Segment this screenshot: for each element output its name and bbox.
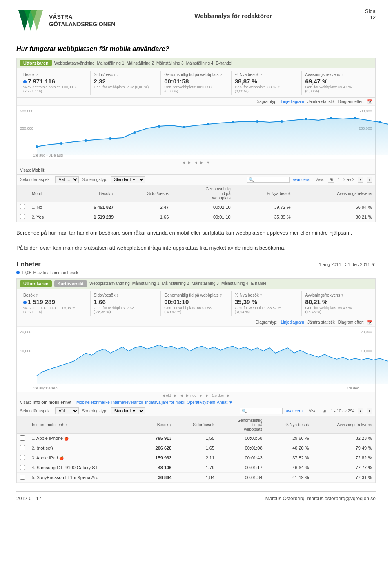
- analytics-top-bar-1: Utforskaren Webbplatsanvändning Målnstäl…: [17, 58, 375, 68]
- svg-point-3: [36, 146, 38, 148]
- row-checkbox[interactable]: [20, 445, 25, 450]
- chart-controls-top-2: Diagramtyp: Linjediagram Jämfra statisti…: [17, 318, 375, 327]
- utforskaren-btn-1[interactable]: Utforskaren: [20, 60, 52, 66]
- tab-ehandel-2[interactable]: E-handel: [251, 281, 267, 286]
- row-checkbox[interactable]: [20, 435, 25, 441]
- metric-besok-1: Besök ? 7 971 116 % av det totala antale…: [20, 71, 91, 95]
- row-checkbox[interactable]: [20, 214, 25, 219]
- footer-author: Marcus Österberg, marcus.osterberg@vgreg…: [265, 496, 376, 501]
- metric-avvisning-1: Avvisningsfrekvens ? 69,47 % Gen. för we…: [302, 71, 372, 95]
- tab-ehandel-1[interactable]: E-handel: [216, 61, 232, 65]
- metric-sidor-2: Sidor/besök ? 1,66 Gen. för webbplats: 2…: [91, 291, 161, 316]
- section1-heading: Hur fungerar webbplatsen för mobila anvä…: [16, 45, 376, 53]
- vgr-logo: [16, 8, 45, 33]
- linjediagram-link-1[interactable]: Linjediagram: [281, 99, 304, 104]
- visas-info-row-2: Visas: Info om mobil enhet Mobiltelefonm…: [17, 399, 375, 406]
- text-block-2: På bilden ovan kan man dra slutsatsen at…: [16, 244, 376, 253]
- logo-area: VÄSTRA GÖTALANDSREGIONEN: [16, 8, 115, 33]
- calendar-icon-2[interactable]: 📅: [367, 320, 372, 325]
- search-icon-1: 🔍: [249, 177, 254, 182]
- table-row: 5. SonyEricsson LT15i Xperia Arc 36 864 …: [17, 472, 375, 482]
- enheter-header: Enheter 1 aug 2011 - 31 dec 2011 ▼: [16, 261, 376, 268]
- chart-area-1: 500,000 500,000 250,000 250,000: [17, 106, 375, 159]
- line-chart-svg-1: [33, 110, 392, 155]
- metric-tid-2: Genomsnitlig tid på webbplats ? 00:01:10…: [161, 291, 232, 316]
- search-input-1[interactable]: [255, 177, 287, 182]
- data-table-2: Info om mobil enhet Besök ↓ Sidor/besök …: [17, 416, 375, 483]
- pager-1: 1 - 2 av 2: [338, 177, 355, 182]
- tab-malning3-1[interactable]: Målnställning 3: [156, 61, 184, 65]
- tab-malning2-2[interactable]: Målnställning 2: [162, 281, 189, 286]
- text-block-1: Beroende på hur man tar hand om besökare…: [16, 229, 376, 237]
- metric-besok-2: Besök ? 1 519 289 % av det totala antale…: [20, 291, 91, 316]
- tab-internetleverantor[interactable]: Internetleverantör: [111, 400, 143, 405]
- metric-nya-1: % Nya besök ? 38,87 % Gen. för webbplats…: [232, 71, 302, 95]
- enheter-title: Enheter: [16, 261, 41, 268]
- svg-point-12: [256, 120, 258, 123]
- svg-point-17: [379, 121, 381, 123]
- avancerat-link-2[interactable]: avancerat: [286, 409, 304, 413]
- metric-nya-2: % Nya besök ? 35,39 % Gen. för webbplats…: [232, 291, 302, 316]
- row-checkbox[interactable]: [20, 455, 25, 460]
- grid-icon-1[interactable]: ⊞: [328, 177, 334, 183]
- utforskaren-btn-2[interactable]: Utforskaren: [20, 280, 52, 287]
- linjediagram-link-2[interactable]: Linjediagram: [281, 320, 304, 325]
- table-row: 2. Yes 1 519 289 1,66 00:01:10 35,39 % 8…: [17, 212, 375, 222]
- tab-mobiltelefonmarke[interactable]: Mobiltelefonmärke: [76, 400, 110, 405]
- row-checkbox[interactable]: [20, 465, 25, 470]
- row-checkbox[interactable]: [20, 204, 25, 209]
- svg-point-10: [207, 123, 209, 125]
- page-footer: 2012-01-17 Marcus Österberg, marcus.oste…: [16, 491, 376, 501]
- tab-annat[interactable]: Annat ▼: [217, 400, 233, 405]
- pager-prev-2[interactable]: ‹: [358, 408, 363, 414]
- tab-webbplatsanvandning-2[interactable]: Webbplatsanvändning: [89, 281, 130, 286]
- sekundar-select-1[interactable]: Välj ...: [55, 176, 79, 183]
- svg-point-8: [158, 125, 160, 128]
- kartöversikt-btn-2[interactable]: Kartöversikt: [54, 280, 87, 287]
- chart-bottom-controls-2: ◀ okt ▶ ◀ ▶ nov ▶ ▶ 1:e dec ▶: [17, 392, 375, 399]
- svg-point-6: [109, 137, 111, 140]
- tab-malning3-2[interactable]: Målnställning 3: [192, 281, 219, 286]
- table-row: 1. No 6 451 827 2,47 00:02:10 39,72 % 66…: [17, 202, 375, 212]
- pager-next-1[interactable]: ›: [367, 177, 372, 183]
- filter-row-2: Sekundär aspekt: Välj ... Sorteringstyp:…: [17, 406, 375, 416]
- search-box-2: 🔍: [240, 408, 283, 414]
- metric-sidor-1: Sidor/besök ? 2,32 Gen. för webbplats: 2…: [91, 71, 161, 95]
- header-title: Webbanalys för redaktörer: [115, 8, 351, 19]
- chart-bottom-controls-1: ◀ ▶ ◀ ▶ ▼: [17, 159, 375, 166]
- percentage-note: 19,06 % av totalsumman besök: [16, 271, 376, 275]
- analytics-box-1: Utforskaren Webbplatsanvändning Målnstäl…: [16, 58, 376, 222]
- tab-malning1-2[interactable]: Målnställning 1: [132, 281, 160, 286]
- svg-point-5: [85, 139, 87, 142]
- pager-next-2[interactable]: ›: [367, 408, 372, 414]
- search-icon-2: 🔍: [242, 409, 247, 413]
- metrics-row-2: Besök ? 1 519 289 % av det totala antale…: [17, 289, 375, 318]
- svg-point-15: [330, 117, 332, 119]
- tab-webbplatsanvandning-1[interactable]: Webbplatsanvändning: [54, 61, 95, 65]
- table-row: 3. Apple iPad 🍎 159 963 2,11 00:01:43 37…: [17, 453, 375, 463]
- analytics-box-2: Utforskaren Kartöversikt Webbplatsanvänd…: [16, 278, 376, 483]
- chart-area-2: 20,000 20,000 10,000 10,000 1:e a: [17, 327, 375, 392]
- tab-malning4-2[interactable]: Målnställning 4: [221, 281, 249, 286]
- sekundar-select-2[interactable]: Välj ...: [55, 407, 79, 414]
- avancerat-link-1[interactable]: avancerat: [293, 177, 311, 182]
- tab-indatavaljare[interactable]: Indataväljare för mobil: [145, 400, 185, 405]
- search-input-2[interactable]: [248, 409, 281, 413]
- tab-malning2-1[interactable]: Målnställning 2: [127, 61, 154, 65]
- data-table-1: Mobilt Besök ↓ Sidor/besök Genomsnittlig…: [17, 185, 375, 222]
- page-header: VÄSTRA GÖTALANDSREGIONEN Webbanalys för …: [16, 8, 376, 37]
- calendar-icon-1[interactable]: 📅: [367, 99, 372, 104]
- sorteringstyp-select-2[interactable]: Standard ▼: [111, 407, 145, 414]
- sorteringstyp-select-1[interactable]: Standard ▼: [111, 176, 145, 183]
- tab-malning4-1[interactable]: Målnställning 4: [186, 61, 214, 65]
- tab-operativsystem[interactable]: Operativsystem: [187, 400, 215, 405]
- pager-prev-1[interactable]: ‹: [358, 177, 363, 183]
- svg-point-7: [134, 131, 136, 134]
- enheter-date-range[interactable]: 1 aug 2011 - 31 dec 2011 ▼: [319, 262, 376, 267]
- table-row: 2. (not set) 206 628 1,65 00:01:08 40,20…: [17, 443, 375, 453]
- tab-malning1-1[interactable]: Målnställning 1: [97, 61, 125, 65]
- footer-date: 2012-01-17: [16, 496, 41, 501]
- row-checkbox[interactable]: [20, 475, 25, 480]
- table-row: 1. Apple iPhone 🍎 795 913 1,55 00:00:58 …: [17, 433, 375, 443]
- grid-icon-2[interactable]: ⊞: [321, 408, 327, 414]
